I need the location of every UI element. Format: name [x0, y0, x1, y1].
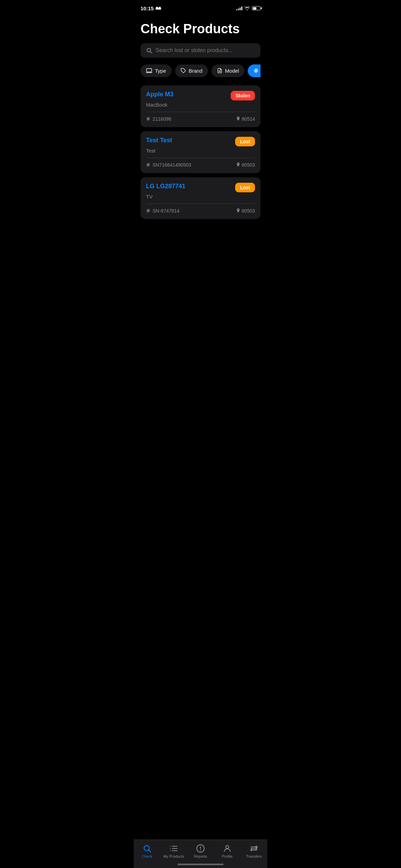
bed-icon: [156, 6, 161, 10]
filter-type-button[interactable]: Type: [141, 64, 172, 77]
product-footer-3: SN-8747814 90503: [146, 208, 255, 214]
product-location-2: 90503: [236, 162, 255, 168]
pin-icon-2: [236, 162, 240, 167]
product-header-3: LG LG287741 Lost: [146, 183, 255, 192]
pin-icon-1: [236, 117, 240, 121]
status-badge-2: Lost: [235, 137, 255, 146]
product-divider-3: [146, 204, 255, 204]
signal-icon: [236, 6, 242, 10]
product-serial-3: SN-8747814: [146, 208, 180, 214]
tag-icon: [181, 68, 186, 73]
svg-line-16: [149, 117, 149, 121]
svg-rect-1: [156, 7, 158, 8]
pin-icon-3: [236, 208, 240, 213]
svg-line-4: [150, 51, 151, 53]
svg-line-12: [257, 69, 257, 73]
search-icon: [146, 47, 152, 53]
battery-icon: [252, 6, 260, 10]
filter-model-label: Model: [225, 68, 239, 74]
product-type-2: Test: [146, 148, 255, 154]
svg-rect-5: [147, 69, 152, 72]
filter-row: Type Brand Model S/N: [141, 64, 260, 77]
hash-small-icon-1: [146, 117, 150, 121]
product-footer-2: SN716641490503 90503: [146, 162, 255, 168]
svg-line-15: [147, 117, 148, 121]
time-display: 10:15: [141, 5, 154, 11]
page-title: Check Products: [141, 22, 260, 36]
hash-small-icon-3: [146, 208, 150, 213]
status-badge-1: Stolen: [231, 91, 255, 100]
main-content: Check Products Type Brand: [134, 15, 267, 219]
product-card-3[interactable]: LG LG287741 Lost TV SN-8747814 9050: [141, 177, 260, 219]
product-name-2: Test Test: [146, 137, 172, 144]
product-serial-1: 2116098: [146, 116, 171, 122]
svg-line-23: [147, 209, 148, 213]
document-icon: [217, 68, 222, 73]
filter-type-label: Type: [155, 68, 166, 74]
hash-icon: [253, 68, 259, 73]
search-input[interactable]: [156, 47, 255, 53]
svg-line-19: [147, 163, 148, 167]
filter-serial-button[interactable]: S/N: [248, 64, 260, 77]
svg-line-20: [149, 163, 149, 167]
status-bar: 10:15: [134, 0, 267, 15]
product-name-3: LG LG287741: [146, 183, 185, 190]
svg-line-24: [149, 209, 149, 213]
filter-brand-label: Brand: [189, 68, 203, 74]
product-footer-1: 2116098 90514: [146, 116, 255, 122]
status-icons: [236, 6, 260, 10]
product-card-2[interactable]: Test Test Lost Test SN716641490503: [141, 131, 260, 173]
svg-rect-2: [159, 7, 161, 8]
filter-model-button[interactable]: Model: [211, 64, 245, 77]
product-header-2: Test Test Lost: [146, 137, 255, 146]
product-serial-2: SN716641490503: [146, 162, 191, 168]
product-type-3: TV: [146, 194, 255, 200]
laptop-icon: [146, 68, 152, 73]
wifi-icon: [244, 6, 250, 10]
status-badge-3: Lost: [235, 183, 255, 192]
search-container: [141, 43, 260, 58]
filter-brand-button[interactable]: Brand: [175, 64, 208, 77]
product-location-3: 90503: [236, 208, 255, 214]
product-type-1: MacBook: [146, 102, 255, 108]
svg-line-11: [255, 69, 256, 73]
product-location-1: 90514: [236, 116, 255, 122]
product-divider-2: [146, 158, 255, 158]
hash-small-icon-2: [146, 162, 150, 167]
status-time: 10:15: [141, 5, 161, 11]
product-header-1: Apple M3 Stolen: [146, 91, 255, 100]
product-name-1: Apple M3: [146, 91, 173, 98]
product-card-1[interactable]: Apple M3 Stolen MacBook 2116098 905: [141, 85, 260, 127]
products-list: Apple M3 Stolen MacBook 2116098 905: [141, 85, 260, 219]
product-divider-1: [146, 112, 255, 112]
